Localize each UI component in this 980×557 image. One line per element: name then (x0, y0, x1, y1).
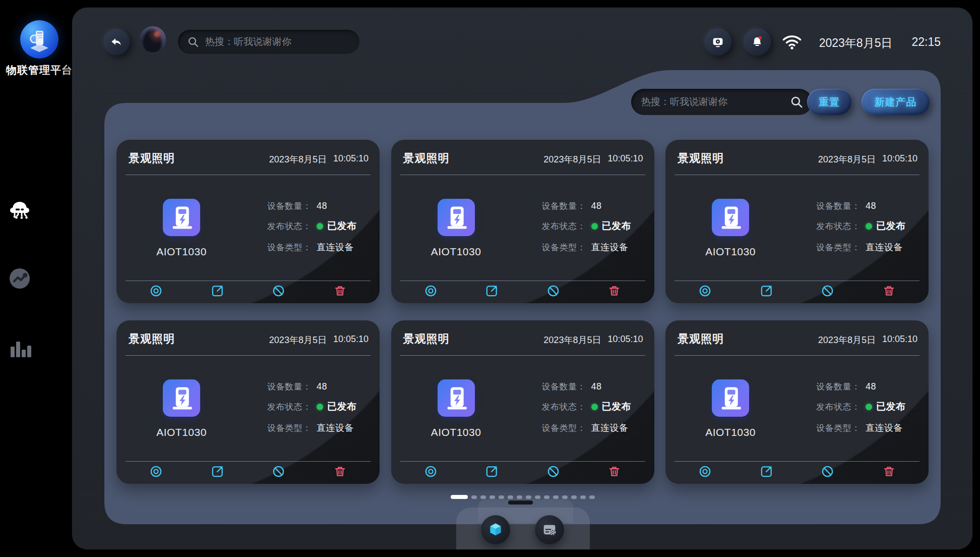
card-title: 景观照明 (129, 151, 175, 166)
preview-button[interactable] (697, 282, 714, 299)
device-tile (163, 379, 200, 417)
divider (400, 281, 645, 281)
status-dot (591, 404, 598, 410)
pagination-dot[interactable] (553, 495, 559, 499)
field-publish-status: 发布状态： 已发布 (267, 401, 357, 413)
disable-button[interactable] (819, 463, 836, 480)
pagination-dot[interactable] (526, 495, 531, 499)
dock-products-button[interactable] (481, 515, 510, 544)
product-search-input[interactable] (640, 96, 785, 108)
edit-button[interactable] (758, 282, 775, 299)
delete-button[interactable] (331, 463, 348, 480)
pagination-dot[interactable] (508, 495, 513, 499)
delete-button[interactable] (606, 282, 623, 299)
preview-icon (424, 465, 438, 478)
pagination-dot[interactable] (471, 495, 477, 499)
pagination (451, 495, 595, 499)
field-device-count: 设备数量： 48 (542, 380, 602, 393)
device-name: AIOT1030 (411, 426, 502, 438)
edit-button[interactable] (483, 282, 501, 299)
edit-button[interactable] (209, 282, 226, 299)
edit-button[interactable] (483, 463, 501, 480)
disable-icon (272, 284, 285, 298)
divider (126, 175, 371, 175)
pagination-dot[interactable] (517, 495, 522, 499)
device-manage-icon (541, 521, 558, 538)
edit-button[interactable] (758, 463, 775, 480)
device-name: AIOT1030 (685, 246, 776, 258)
notifications-button[interactable] (744, 28, 771, 55)
pagination-dot[interactable] (535, 495, 540, 499)
pagination-dot[interactable] (489, 495, 495, 499)
iot-cloud-icon (8, 198, 32, 222)
charging-device-icon (165, 382, 198, 414)
card-title: 景观照明 (403, 151, 450, 166)
edit-icon (211, 284, 224, 298)
create-product-button[interactable]: 新建产品 (862, 89, 930, 115)
delete-button[interactable] (880, 463, 897, 480)
pagination-dot[interactable] (499, 495, 504, 499)
pagination-dot-active[interactable] (451, 495, 468, 499)
preview-button[interactable] (148, 463, 165, 480)
card-time: 10:05:10 (333, 334, 369, 346)
pagination-dot[interactable] (571, 495, 577, 499)
camera-button[interactable] (704, 28, 731, 55)
preview-button[interactable] (422, 282, 439, 299)
preview-icon (149, 465, 163, 478)
device-name: AIOT1030 (136, 246, 227, 258)
reset-button[interactable]: 重置 (807, 89, 851, 115)
field-device-type: 设备类型： 直连设备 (542, 241, 629, 253)
dock-handle[interactable] (508, 500, 533, 505)
card-date: 2023年8月5日 (269, 334, 327, 346)
disable-button[interactable] (544, 463, 562, 480)
dock-device-manage-button[interactable] (535, 515, 564, 544)
card-actions (400, 463, 645, 480)
card-date: 2023年8月5日 (269, 153, 327, 165)
pagination-dot[interactable] (562, 495, 568, 499)
back-button[interactable] (103, 29, 130, 55)
edit-button[interactable] (209, 463, 226, 480)
card-title: 景观照明 (678, 151, 724, 166)
disable-button[interactable] (544, 282, 562, 299)
top-search-input[interactable] (204, 36, 350, 48)
card-time: 10:05:10 (607, 334, 643, 346)
pagination-dot[interactable] (544, 495, 549, 499)
preview-button[interactable] (697, 463, 714, 480)
divider (126, 355, 371, 356)
main-window: 2023年8月5日 22:15 重置 新建产品 景观照明 2023年8月5日 1… (72, 8, 972, 549)
iot-device-illustration (26, 26, 53, 53)
disable-button[interactable] (270, 463, 287, 480)
disable-icon (821, 284, 834, 298)
disable-button[interactable] (819, 282, 836, 299)
preview-button[interactable] (148, 282, 165, 299)
delete-icon (607, 284, 621, 298)
product-card: 景观照明 2023年8月5日 10:05:10 AIOT1030 设备数量： 4… (665, 320, 929, 484)
preview-button[interactable] (422, 463, 439, 480)
dock (456, 508, 590, 549)
bar-chart-icon (8, 336, 32, 360)
pagination-dot[interactable] (580, 495, 586, 499)
card-datetime: 2023年8月5日 10:05:10 (269, 153, 369, 165)
divider (126, 281, 371, 281)
app-logo[interactable] (20, 20, 58, 59)
field-publish-status: 发布状态： 已发布 (816, 220, 906, 232)
pagination-dot[interactable] (589, 495, 595, 499)
sidebar-item-iot-cloud[interactable] (7, 197, 33, 224)
sidebar-item-analytics[interactable] (7, 265, 33, 292)
disable-button[interactable] (270, 282, 287, 299)
card-date: 2023年8月5日 (818, 334, 876, 346)
field-device-type: 设备类型： 直连设备 (267, 422, 354, 434)
edit-icon (760, 284, 773, 298)
field-device-type: 设备类型： 直连设备 (816, 422, 903, 434)
pagination-dot[interactable] (480, 495, 486, 499)
avatar[interactable] (140, 26, 166, 52)
delete-button[interactable] (331, 282, 348, 299)
card-date: 2023年8月5日 (543, 153, 601, 165)
delete-button[interactable] (880, 282, 897, 299)
divider (126, 461, 371, 462)
delete-button[interactable] (606, 463, 623, 480)
sidebar-item-statistics[interactable] (7, 335, 33, 361)
search-icon (790, 95, 803, 108)
preview-icon (698, 284, 712, 298)
product-search-bar (631, 89, 812, 115)
